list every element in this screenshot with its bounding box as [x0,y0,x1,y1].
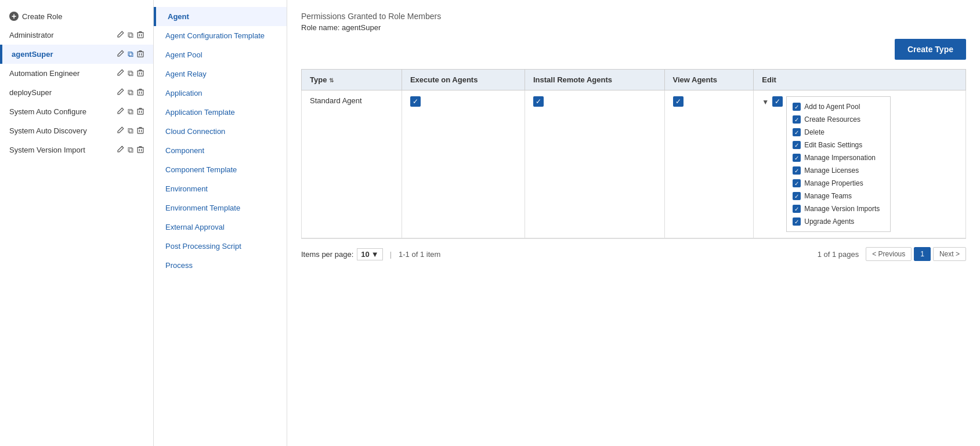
edit-item-label: Manage Licenses [804,166,859,175]
delete-icon[interactable] [137,31,144,40]
sidebar-actions: ⧉ [117,30,144,40]
edit-dropdown-item[interactable]: ✓Manage Impersonation [787,151,890,164]
copy-icon[interactable]: ⧉ [128,126,133,136]
edit-cell-container: ▼✓✓Add to Agent Pool✓Create Resources✓De… [762,96,957,232]
edit-icon[interactable] [117,88,124,97]
checkbox-edit-item[interactable]: ✓ [793,192,801,200]
plus-icon: + [9,12,19,21]
per-page-value: 10 [361,250,369,259]
nav-item-agent-relay[interactable]: Agent Relay [154,64,287,84]
create-role-label: Create Role [22,12,62,21]
checkbox-edit-item[interactable]: ✓ [793,141,801,149]
copy-icon[interactable]: ⧉ [128,145,133,155]
nav-item-agent[interactable]: Agent [154,7,287,26]
nav-item-agent-config-template[interactable]: Agent Configuration Template [154,26,287,45]
edit-icon[interactable] [117,146,124,155]
svg-rect-1 [138,52,143,57]
edit-dropdown-item[interactable]: ✓Delete [787,126,890,139]
sidebar-item-deploysuper[interactable]: deploySuper⧉ [0,83,153,102]
sidebar-item-administrator[interactable]: Administrator⧉ [0,26,153,45]
copy-icon[interactable]: ⧉ [128,68,133,78]
checkbox-view[interactable]: ✓ [673,96,684,107]
chevron-right-icon: > [956,250,960,258]
item-count: 1-1 of 1 item [399,250,440,259]
checkbox-edit-item[interactable]: ✓ [793,166,801,175]
delete-icon[interactable] [137,107,144,117]
nav-item-process[interactable]: Process [154,256,287,275]
edit-dropdown-item[interactable]: ✓Manage Version Imports [787,202,890,215]
sidebar-actions: ⧉ [117,68,144,78]
edit-item-label: Manage Version Imports [804,205,880,213]
nav-item-component-template[interactable]: Component Template [154,160,287,179]
edit-icon[interactable] [117,126,124,136]
sidebar-item-system-auto-discovery[interactable]: System Auto Discovery⧉ [0,121,153,140]
edit-dropdown-item[interactable]: ✓Upgrade Agents [787,215,890,228]
edit-item-label: Manage Properties [804,179,863,187]
nav-item-environment-template[interactable]: Environment Template [154,198,287,217]
type-cell: Standard Agent [302,90,402,238]
sidebar-item-system-auto-configure[interactable]: System Auto Configure⧉ [0,102,153,121]
edit-dropdown-item[interactable]: ✓Manage Teams [787,190,890,202]
page-info: 1 of 1 pages [818,250,859,259]
nav-item-agent-pool[interactable]: Agent Pool [154,45,287,64]
nav-item-component[interactable]: Component [154,141,287,160]
checkbox-edit-item[interactable]: ✓ [793,154,801,162]
checkbox-edit-item[interactable]: ✓ [793,115,801,124]
edit-dropdown-arrow[interactable]: ▼ [762,98,769,106]
delete-icon[interactable] [137,69,144,78]
edit-icon[interactable] [117,107,124,117]
edit-dropdown-item[interactable]: ✓Add to Agent Pool [787,100,890,113]
edit-dropdown-item[interactable]: ✓Manage Properties [787,177,890,190]
copy-icon[interactable]: ⧉ [128,30,133,40]
checkbox-edit-main[interactable]: ✓ [772,96,783,107]
pagination-bar: Items per page: 10 ▼ | 1-1 of 1 item 1 o… [301,238,966,261]
svg-rect-5 [138,128,143,133]
sidebar-item-automation-engineer[interactable]: Automation Engineer⧉ [0,64,153,83]
checkbox-edit-item[interactable]: ✓ [793,205,801,213]
delete-icon[interactable] [137,126,144,136]
sidebar-role-name: System Auto Configure [9,107,117,116]
sidebar-role-name: agentSuper [12,50,117,59]
sidebar-item-agentsuper[interactable]: agentSuper⧉ [0,45,153,64]
next-button[interactable]: Next > [933,247,966,261]
create-type-button[interactable]: Create Type [895,39,966,60]
delete-icon[interactable] [137,88,144,97]
pagination-controls: < Previous 1 Next > [866,247,966,261]
middle-nav: AgentAgent Configuration TemplateAgent P… [154,0,287,446]
permissions-header: Permissions Granted to Role Members Role… [301,12,966,32]
next-label: Next [939,250,954,258]
edit-icon[interactable] [117,31,124,40]
sidebar-item-system-version-import[interactable]: System Version Import⧉ [0,140,153,159]
checkbox-execute[interactable]: ✓ [410,96,421,107]
checkbox-edit-item[interactable]: ✓ [793,128,801,136]
checkbox-edit-item[interactable]: ✓ [793,103,801,111]
checkbox-edit-item[interactable]: ✓ [793,179,801,187]
edit-dropdown-item[interactable]: ✓Create Resources [787,113,890,126]
copy-icon[interactable]: ⧉ [128,107,133,117]
delete-icon[interactable] [137,146,144,155]
edit-dropdown-item[interactable]: ✓Edit Basic Settings [787,139,890,151]
nav-item-post-processing-script[interactable]: Post Processing Script [154,237,287,256]
sidebar-role-name: Administrator [9,31,117,39]
page-1-button[interactable]: 1 [914,247,931,261]
delete-icon[interactable] [137,50,144,59]
create-role-button[interactable]: + Create Role [0,7,153,26]
nav-item-application[interactable]: Application [154,84,287,103]
edit-icon[interactable] [117,69,124,78]
nav-item-application-template[interactable]: Application Template [154,103,287,122]
edit-icon[interactable] [117,50,124,59]
svg-rect-6 [138,147,143,153]
copy-icon[interactable]: ⧉ [128,49,133,59]
nav-item-environment[interactable]: Environment [154,179,287,198]
copy-icon[interactable]: ⧉ [128,88,133,97]
checkbox-install[interactable]: ✓ [533,96,544,107]
per-page-select[interactable]: 10 ▼ [357,248,382,260]
previous-button[interactable]: < Previous [866,247,912,261]
nav-item-external-approval[interactable]: External Approval [154,217,287,237]
nav-item-cloud-connection[interactable]: Cloud Connection [154,122,287,141]
col-header-edit: Edit [754,70,966,90]
checkbox-edit-item[interactable]: ✓ [793,217,801,226]
chevron-left-icon: < [872,250,876,258]
col-header-type[interactable]: Type⇅ [302,70,402,90]
edit-dropdown-item[interactable]: ✓Manage Licenses [787,164,890,177]
